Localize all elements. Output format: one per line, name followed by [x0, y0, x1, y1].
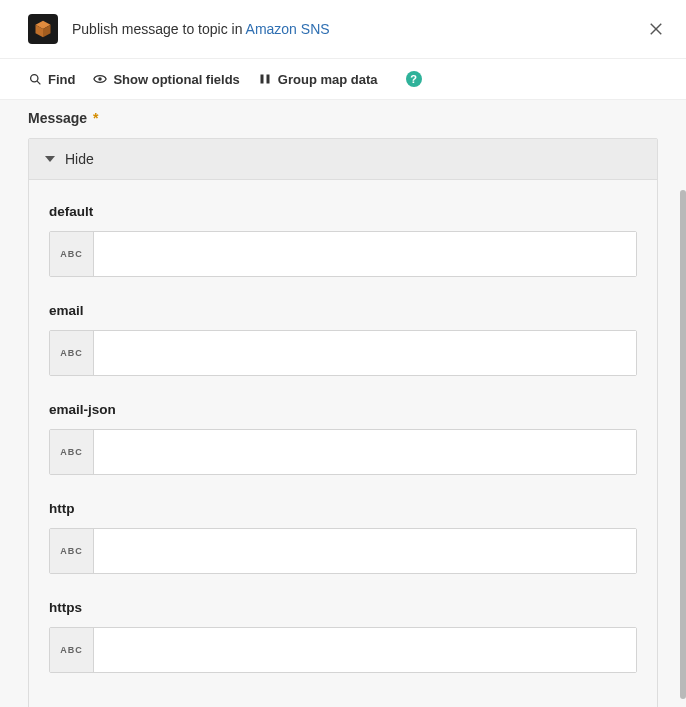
show-optional-button[interactable]: Show optional fields: [93, 72, 239, 87]
type-badge: ABC: [50, 628, 94, 672]
find-label: Find: [48, 72, 75, 87]
input-wrap: ABC: [49, 330, 637, 376]
type-badge: ABC: [50, 430, 94, 474]
type-badge: ABC: [50, 529, 94, 573]
field-http: httpABC: [49, 501, 637, 574]
search-icon: [28, 72, 42, 86]
group-map-button[interactable]: Group map data: [258, 72, 378, 87]
find-button[interactable]: Find: [28, 72, 75, 87]
close-button[interactable]: [646, 19, 666, 39]
message-panel: Hide defaultABCemailABCemail-jsonABChttp…: [28, 138, 658, 707]
title-service-link[interactable]: Amazon SNS: [246, 21, 330, 37]
field-label: default: [49, 204, 637, 219]
input-wrap: ABC: [49, 528, 637, 574]
columns-icon: [258, 72, 272, 86]
svg-point-4: [99, 77, 103, 81]
type-badge: ABC: [50, 232, 94, 276]
app-icon: [28, 14, 58, 44]
email-input[interactable]: [94, 331, 636, 375]
default-input[interactable]: [94, 232, 636, 276]
email-json-input[interactable]: [94, 430, 636, 474]
https-input[interactable]: [94, 628, 636, 672]
svg-rect-5: [260, 75, 263, 84]
show-optional-label: Show optional fields: [113, 72, 239, 87]
help-icon-label: ?: [410, 73, 417, 85]
svg-rect-6: [266, 75, 269, 84]
eye-icon: [93, 72, 107, 86]
field-label: email-json: [49, 402, 637, 417]
field-label: https: [49, 600, 637, 615]
field-email-json: email-jsonABC: [49, 402, 637, 475]
type-badge: ABC: [50, 331, 94, 375]
group-map-label: Group map data: [278, 72, 378, 87]
close-icon: [649, 22, 663, 36]
input-wrap: ABC: [49, 231, 637, 277]
dialog-title: Publish message to topic in Amazon SNS: [72, 21, 330, 37]
required-mark: *: [93, 110, 98, 126]
field-default: defaultABC: [49, 204, 637, 277]
scrollbar[interactable]: [680, 190, 686, 699]
dialog-header: Publish message to topic in Amazon SNS: [0, 0, 686, 59]
chevron-down-icon: [45, 156, 55, 162]
svg-line-3: [37, 81, 40, 84]
panel-toggle[interactable]: Hide: [29, 139, 657, 180]
input-wrap: ABC: [49, 627, 637, 673]
message-section-label: Message *: [28, 110, 658, 126]
hide-label: Hide: [65, 151, 94, 167]
field-email: emailABC: [49, 303, 637, 376]
title-prefix: Publish message to topic in: [72, 21, 246, 37]
help-button[interactable]: ?: [406, 71, 422, 87]
content-area: Message * Hide defaultABCemailABCemail-j…: [0, 100, 686, 707]
svg-point-2: [30, 74, 37, 81]
input-wrap: ABC: [49, 429, 637, 475]
field-label: email: [49, 303, 637, 318]
field-https: httpsABC: [49, 600, 637, 673]
field-label: http: [49, 501, 637, 516]
panel-body: defaultABCemailABCemail-jsonABChttpABCht…: [29, 180, 657, 707]
toolbar: Find Show optional fields Group map data…: [0, 59, 686, 100]
cube-icon: [33, 19, 53, 39]
http-input[interactable]: [94, 529, 636, 573]
message-label-text: Message: [28, 110, 87, 126]
